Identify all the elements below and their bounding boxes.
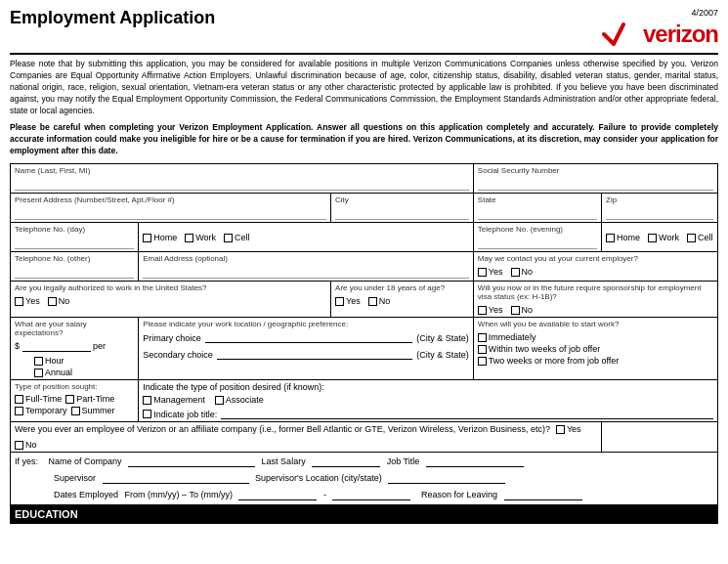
salary-label: What are your salary expectations? (15, 320, 134, 337)
contact-no-checkbox[interactable]: No (511, 267, 534, 277)
job-title-checkbox[interactable]: Indicate job title: (143, 410, 217, 419)
annual-checkbox[interactable]: Annual (34, 368, 134, 377)
cell-checkbox-eve[interactable]: Cell (687, 233, 713, 242)
ssn-input[interactable] (478, 177, 713, 191)
position-desired-cell: Indicate the type of position desired (i… (139, 380, 718, 422)
verizon-text: verizon (643, 21, 718, 48)
cell-checkbox-day[interactable]: Cell (224, 233, 250, 242)
auth-no-box[interactable] (48, 297, 57, 306)
emp-no-label: No (25, 440, 37, 450)
emp-no-box[interactable] (15, 441, 23, 450)
2weeks-more-box[interactable] (478, 357, 487, 366)
cell-label-day: Cell (235, 233, 250, 242)
work-checkbox-eve-box[interactable] (648, 234, 657, 242)
emp-details-cell: If yes: Name of Company Last Salary Job … (11, 453, 718, 505)
2weeks-more-checkbox[interactable]: Two weeks or more from job offer (478, 356, 713, 366)
phone-other-row: Telephone No. (other) Email Address (opt… (11, 252, 718, 282)
temporary-label: Temporary (25, 406, 67, 415)
parttime-box[interactable] (65, 395, 74, 404)
position-type-cell: Type of position sought: Full-Time Part-… (11, 380, 139, 422)
work-checkbox-day[interactable]: Work (185, 233, 216, 242)
home-checkbox-day-box[interactable] (143, 234, 151, 242)
parttime-checkbox[interactable]: Part-Time (65, 394, 114, 404)
name-label: Name (Last, First, MI) (15, 166, 469, 175)
sponsor-yes-box[interactable] (478, 306, 487, 315)
phone-day-input[interactable] (15, 236, 134, 249)
name-input[interactable] (15, 177, 469, 191)
contact-yes-checkbox[interactable]: Yes (478, 267, 503, 277)
auth-yes-checkbox[interactable]: Yes (15, 296, 40, 306)
temporary-box[interactable] (15, 407, 23, 415)
auth-yes-box[interactable] (15, 297, 23, 306)
email-input[interactable] (143, 265, 469, 279)
sponsor-yes-checkbox[interactable]: Yes (478, 305, 503, 315)
name-cell: Name (Last, First, MI) (11, 164, 474, 194)
work-checkbox-eve[interactable]: Work (648, 233, 679, 242)
under18-yes-box[interactable] (335, 297, 344, 306)
verizon-checkmark-icon (602, 20, 641, 49)
work-checkbox-day-box[interactable] (185, 234, 193, 242)
emp-no-checkbox[interactable]: No (15, 440, 37, 450)
notice-text-1: Please note that by submitting this appl… (10, 59, 718, 116)
home-checkbox-eve-box[interactable] (606, 234, 615, 242)
within2weeks-checkbox[interactable]: Within two weeks of job offer (478, 344, 713, 354)
immediately-checkbox[interactable]: Immediately (478, 332, 713, 342)
temporary-checkbox[interactable]: Temporary (15, 406, 67, 415)
associate-box[interactable] (215, 396, 224, 405)
education-header: EDUCATION (11, 505, 718, 524)
auth-no-checkbox[interactable]: No (48, 296, 70, 306)
associate-checkbox[interactable]: Associate (215, 395, 264, 405)
dates-employed-label: Dates Employed (54, 490, 118, 499)
management-box[interactable] (143, 396, 151, 405)
emp-placeholder-cell (602, 422, 718, 453)
under18-no-checkbox[interactable]: No (368, 296, 391, 306)
position-desired-label: Indicate the type of position desired (i… (143, 382, 324, 392)
city-input[interactable] (335, 206, 469, 220)
under18-label: Are you under 18 years of age? (335, 283, 469, 292)
work-label-eve: Work (659, 233, 679, 242)
start-date-cell: When will you be available to start work… (473, 318, 717, 380)
city-state-label-primary: (City & State) (416, 333, 469, 343)
fulltime-box[interactable] (15, 395, 23, 404)
location-cell: Please indicate your work location / geo… (139, 318, 474, 380)
within2weeks-box[interactable] (478, 345, 487, 354)
emp-yes-checkbox[interactable]: Yes (556, 424, 581, 434)
salary-cell: What are your salary expectations? $ per… (11, 318, 139, 380)
zip-cell: Zip (602, 194, 718, 223)
annual-box[interactable] (34, 369, 43, 377)
education-header-row: EDUCATION (11, 505, 718, 524)
contact-no-box[interactable] (511, 268, 520, 277)
associate-label: Associate (226, 395, 264, 405)
zip-input[interactable] (606, 206, 713, 220)
contact-yes-box[interactable] (478, 268, 487, 277)
phone-other-input[interactable] (15, 265, 134, 279)
page: Employment Application 4/2007 verizon Pl… (0, 0, 728, 564)
auth-no-label: No (59, 296, 70, 306)
sponsor-no-box[interactable] (511, 306, 520, 315)
cell-checkbox-eve-box[interactable] (687, 234, 696, 242)
under18-yes-checkbox[interactable]: Yes (335, 296, 361, 306)
hour-checkbox[interactable]: Hour (34, 356, 134, 366)
home-checkbox-eve[interactable]: Home (606, 233, 640, 242)
last-salary-label: Last Salary (262, 456, 306, 466)
home-checkbox-day[interactable]: Home (143, 233, 177, 242)
hour-box[interactable] (34, 357, 43, 366)
job-title-box[interactable] (143, 410, 151, 418)
management-checkbox[interactable]: Management (143, 395, 205, 405)
under18-no-box[interactable] (368, 297, 377, 306)
phone-eve-input[interactable] (478, 236, 597, 249)
sponsor-no-checkbox[interactable]: No (511, 305, 534, 315)
address-input[interactable] (15, 206, 326, 220)
phone-eve-options-cell: Home Work Cell (602, 223, 718, 252)
email-cell: Email Address (optional) (139, 252, 474, 282)
emp-yes-box[interactable] (556, 425, 565, 434)
fulltime-checkbox[interactable]: Full-Time (15, 394, 62, 404)
summer-box[interactable] (71, 407, 80, 415)
sponsorship-label: Will you now or in the future require sp… (478, 283, 713, 301)
state-input[interactable] (478, 206, 597, 220)
work-label-day: Work (195, 233, 216, 242)
immediately-box[interactable] (478, 333, 487, 342)
summer-checkbox[interactable]: Summer (71, 406, 115, 415)
cell-checkbox-day-box[interactable] (224, 234, 233, 242)
address-label: Present Address (Number/Street, Apt./Flo… (15, 195, 326, 204)
